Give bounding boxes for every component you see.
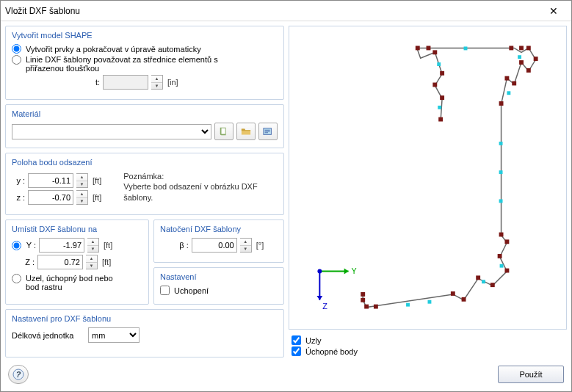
placement-z-spinner[interactable]: ▲▼ xyxy=(86,255,98,269)
svg-rect-14 xyxy=(526,68,531,73)
svg-text:Y: Y xyxy=(352,266,357,275)
group-shape: Vytvořit model SHAPE Vytvořit prvky a po… xyxy=(5,26,284,100)
svg-point-7 xyxy=(317,269,322,274)
group-placement-title: Umístit DXF šablonu na xyxy=(12,225,142,233)
svg-rect-10 xyxy=(509,46,513,50)
length-unit-label: Délková jednotka xyxy=(12,331,85,340)
t-label: t: xyxy=(70,78,100,87)
svg-rect-17 xyxy=(504,76,509,81)
material-edit-button[interactable] xyxy=(258,123,278,140)
offset-z-input[interactable] xyxy=(28,190,73,205)
t-unit: [in] xyxy=(167,78,178,87)
svg-rect-25 xyxy=(504,239,509,244)
svg-rect-19 xyxy=(432,50,437,54)
svg-rect-44 xyxy=(437,62,441,66)
t-input xyxy=(103,75,148,90)
svg-rect-39 xyxy=(499,199,503,203)
svg-rect-22 xyxy=(440,95,444,100)
t-spinner: ▲▼ xyxy=(151,75,163,90)
svg-rect-33 xyxy=(374,305,378,309)
group-dxf-settings-title: Nastavení pro DXF šablonu xyxy=(12,314,278,323)
snappoints-checkbox-label: Úchopné body xyxy=(305,347,358,356)
svg-marker-5 xyxy=(316,296,322,300)
dxf-shape-icon: Y Z xyxy=(289,26,566,329)
svg-rect-45 xyxy=(438,106,441,109)
svg-rect-35 xyxy=(361,292,365,297)
material-open-button[interactable] xyxy=(236,123,256,140)
dialog-window: Vložit DXF šablonu ✕ Vytvořit model SHAP… xyxy=(0,0,572,392)
help-icon: ? xyxy=(12,369,24,380)
offset-y-unit: [ft] xyxy=(93,176,101,185)
radio-auto[interactable] xyxy=(12,44,21,54)
svg-rect-28 xyxy=(490,283,495,287)
placement-z-input[interactable] xyxy=(37,255,83,269)
group-rotation-title: Natočení DXF šablony xyxy=(160,225,278,233)
svg-rect-13 xyxy=(534,57,538,61)
nodes-checkbox-label: Uzly xyxy=(305,336,321,345)
group-material-title: Materiál xyxy=(12,109,278,118)
svg-rect-36 xyxy=(464,46,468,50)
svg-rect-29 xyxy=(476,275,480,280)
offset-y-label: y : xyxy=(12,176,25,185)
svg-rect-23 xyxy=(438,117,443,122)
svg-rect-9 xyxy=(427,46,431,50)
svg-text:Z: Z xyxy=(322,302,327,311)
svg-rect-26 xyxy=(498,254,502,258)
svg-rect-40 xyxy=(406,303,410,307)
placement-y-spinner[interactable]: ▲▼ xyxy=(87,238,99,253)
preview-canvas[interactable]: Y Z xyxy=(289,26,567,330)
radio-grid[interactable] xyxy=(12,274,21,283)
beta-input[interactable] xyxy=(192,238,237,253)
offset-note-text: Vyberte bod odsazení v obrázku DXF šablo… xyxy=(123,181,278,203)
snap-label: Uchopení xyxy=(174,286,209,295)
svg-rect-8 xyxy=(416,46,420,50)
nodes-checkbox[interactable] xyxy=(292,335,301,345)
snap-checkbox[interactable] xyxy=(160,286,170,295)
offset-z-spinner[interactable]: ▲▼ xyxy=(76,190,88,205)
placement-z-unit: [ft] xyxy=(102,258,111,266)
material-library-button[interactable] xyxy=(214,123,233,140)
group-dxf-settings: Nastavení pro DXF šablonu Délková jednot… xyxy=(5,309,284,357)
help-button[interactable]: ? xyxy=(8,365,29,384)
svg-marker-2 xyxy=(344,269,349,275)
svg-rect-27 xyxy=(504,269,509,273)
close-icon[interactable]: ✕ xyxy=(540,5,567,17)
group-offset-title: Poloha bodu odsazení xyxy=(12,158,278,167)
beta-spinner[interactable]: ▲▼ xyxy=(240,238,252,253)
folder-open-icon xyxy=(241,126,251,137)
snappoints-checkbox[interactable] xyxy=(292,346,301,356)
svg-rect-38 xyxy=(499,170,503,174)
placement-y-label: Y : xyxy=(26,241,36,250)
group-settings: Nastavení Uchopení xyxy=(153,267,284,305)
material-select[interactable] xyxy=(12,124,211,139)
svg-rect-34 xyxy=(361,298,365,302)
svg-rect-43 xyxy=(507,91,510,95)
offset-z-unit: [ft] xyxy=(93,193,101,202)
svg-rect-16 xyxy=(512,81,516,86)
edit-icon xyxy=(263,126,273,137)
offset-y-input[interactable] xyxy=(28,173,73,188)
length-unit-select[interactable]: mm xyxy=(88,327,140,343)
group-shape-title: Vytvořit model SHAPE xyxy=(12,31,278,40)
group-rotation: Natočení DXF šablony β : ▲▼ [°] xyxy=(153,219,284,263)
beta-unit: [°] xyxy=(256,241,264,250)
svg-text:?: ? xyxy=(16,370,21,379)
svg-rect-21 xyxy=(432,83,437,87)
svg-rect-46 xyxy=(500,264,504,268)
placement-z-label: Z : xyxy=(24,258,35,266)
titlebar: Vložit DXF šablonu ✕ xyxy=(1,1,571,21)
group-offset: Poloha bodu odsazení y : ▲▼ [ft] z : ▲▼ xyxy=(5,153,284,215)
svg-rect-18 xyxy=(499,101,504,106)
radio-yz[interactable] xyxy=(12,241,21,250)
radio-centerline-label: Linie DXF šablony považovat za střednice… xyxy=(26,55,246,73)
svg-rect-41 xyxy=(428,300,432,304)
svg-rect-15 xyxy=(519,60,524,65)
apply-button[interactable]: Použít xyxy=(498,366,564,383)
placement-y-input[interactable] xyxy=(39,238,84,253)
radio-centerline[interactable] xyxy=(12,55,21,65)
placement-y-unit: [ft] xyxy=(104,241,112,250)
offset-y-spinner[interactable]: ▲▼ xyxy=(76,173,88,188)
group-material: Materiál xyxy=(5,104,284,148)
offset-note-label: Poznámka: xyxy=(123,171,278,181)
radio-auto-label: Vytvořit prvky a pokračovat v úpravě aut… xyxy=(26,45,201,54)
